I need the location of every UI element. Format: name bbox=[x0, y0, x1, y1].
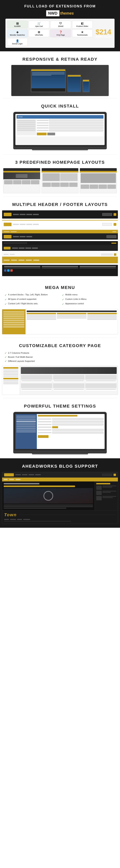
hf-cart[interactable] bbox=[114, 223, 116, 226]
blog-post-text bbox=[4, 504, 93, 509]
mm-col-3 bbox=[87, 313, 117, 320]
settings-save-button[interactable] bbox=[38, 435, 48, 438]
settings-input[interactable] bbox=[52, 424, 104, 426]
hf-nav-item bbox=[26, 214, 32, 215]
hf-nav bbox=[13, 214, 101, 215]
feature-text: Custom Links in Menu bbox=[65, 298, 87, 301]
hf-search[interactable] bbox=[106, 235, 116, 238]
laptop-mockup bbox=[13, 112, 107, 150]
price-label: Added VALUE! bbox=[95, 36, 112, 38]
cat-product-label bbox=[54, 389, 84, 390]
content-line bbox=[32, 74, 65, 74]
footer-nav-link[interactable] bbox=[17, 519, 22, 520]
cat-sidebar-title-2 bbox=[3, 378, 18, 379]
check-icon: ✓ bbox=[5, 298, 7, 301]
install-field[interactable] bbox=[49, 127, 103, 129]
cat-sidebar-item bbox=[3, 369, 18, 370]
footer-inner bbox=[2, 265, 118, 273]
settings-screen bbox=[16, 414, 104, 449]
facebook-icon[interactable] bbox=[4, 269, 6, 272]
laptop-screen-content bbox=[16, 114, 104, 145]
settings-laptop-wrapper bbox=[0, 412, 120, 458]
blog-cart[interactable] bbox=[114, 474, 116, 476]
category-heading: CUSTOMIZABLE CATEGORY PAGE bbox=[0, 338, 120, 351]
install-field[interactable] bbox=[49, 124, 103, 126]
footer-nav-link[interactable] bbox=[4, 519, 9, 520]
settings-active-item[interactable] bbox=[16, 421, 36, 422]
mm-col-item bbox=[57, 317, 86, 318]
cat-product-img bbox=[53, 375, 85, 380]
sidebar-item bbox=[17, 129, 35, 131]
tablet-device bbox=[67, 75, 81, 92]
settings-row bbox=[38, 418, 104, 420]
settings-input[interactable] bbox=[52, 429, 104, 431]
settings-left-item bbox=[16, 423, 36, 424]
blog-sidebar-heading bbox=[96, 483, 110, 484]
hf-logo bbox=[4, 223, 11, 226]
cat-feature-2: ✓ Boxed / Full Width Banner bbox=[5, 355, 115, 359]
settings-row bbox=[38, 424, 104, 426]
settings-left-item bbox=[16, 430, 36, 431]
ext-testimonials: ★Testimonials bbox=[72, 29, 93, 37]
google-icon[interactable] bbox=[10, 269, 13, 272]
header-dot bbox=[20, 116, 21, 118]
settings-input[interactable] bbox=[52, 418, 104, 420]
settings-row bbox=[38, 426, 104, 428]
blog-site-search[interactable] bbox=[102, 474, 112, 476]
cart-icon[interactable] bbox=[114, 253, 116, 256]
settings-input[interactable] bbox=[52, 432, 104, 434]
twitter-icon[interactable] bbox=[7, 269, 9, 272]
check-icon: ✓ bbox=[62, 302, 64, 306]
recent-line bbox=[102, 497, 113, 498]
hf-cart[interactable] bbox=[114, 213, 116, 216]
settings-left-item bbox=[16, 428, 36, 429]
product-cell bbox=[99, 185, 107, 189]
mm-col-2 bbox=[57, 313, 86, 320]
hf-nav-item bbox=[20, 214, 25, 215]
install-label bbox=[37, 130, 48, 131]
hf-search[interactable] bbox=[102, 213, 112, 216]
hf-nav bbox=[12, 248, 116, 249]
footer-social-icons bbox=[4, 269, 116, 272]
hf-search[interactable] bbox=[102, 223, 112, 226]
install-field[interactable] bbox=[49, 129, 103, 131]
brand-name: NWD bbox=[46, 10, 59, 16]
cat-product bbox=[85, 375, 117, 383]
search-box[interactable] bbox=[101, 253, 113, 255]
recent-content bbox=[102, 491, 116, 495]
install-field[interactable] bbox=[49, 119, 103, 121]
cat-sidebar-item bbox=[3, 376, 18, 377]
content-line bbox=[32, 72, 65, 72]
install-cancel-button[interactable] bbox=[47, 133, 55, 135]
install-save-button[interactable] bbox=[37, 133, 47, 135]
footer-nav-link[interactable] bbox=[23, 519, 30, 520]
settings-label bbox=[38, 427, 51, 428]
mega-feature-5: ✓ Context Left / Right blocks sets. bbox=[5, 302, 58, 306]
color-picker[interactable] bbox=[52, 426, 58, 428]
sidebar-item bbox=[17, 120, 35, 121]
footer-nav-link[interactable] bbox=[10, 519, 16, 520]
header-footer-heading: MULTIPLE HEADER / FOOTER LAYOUTS bbox=[0, 196, 120, 210]
install-field[interactable] bbox=[49, 122, 103, 124]
laptop-content bbox=[31, 71, 65, 76]
blog-post-title bbox=[4, 486, 75, 487]
mm-col-header bbox=[87, 313, 117, 314]
install-header bbox=[17, 115, 103, 119]
phone-header bbox=[83, 80, 89, 82]
recent-thumb bbox=[96, 486, 102, 490]
ext-shield: 🛡Shield bbox=[50, 21, 71, 28]
product-cell bbox=[107, 185, 116, 189]
install-label bbox=[37, 127, 48, 128]
product-cell bbox=[22, 180, 30, 184]
sidebar-item bbox=[17, 128, 35, 129]
layout-thumb-1 bbox=[3, 168, 40, 193]
hf-nav-item bbox=[25, 248, 31, 249]
banner-cell bbox=[60, 173, 77, 181]
settings-label bbox=[38, 429, 51, 431]
mm-sidebar bbox=[2, 309, 25, 334]
blog-nav-label bbox=[4, 479, 7, 480]
feature-text: 4 content blocks - Top, Left, Right, Bot… bbox=[8, 293, 48, 296]
settings-input[interactable] bbox=[52, 421, 104, 423]
recent-content bbox=[102, 496, 116, 500]
hf-search-field[interactable] bbox=[4, 242, 27, 244]
